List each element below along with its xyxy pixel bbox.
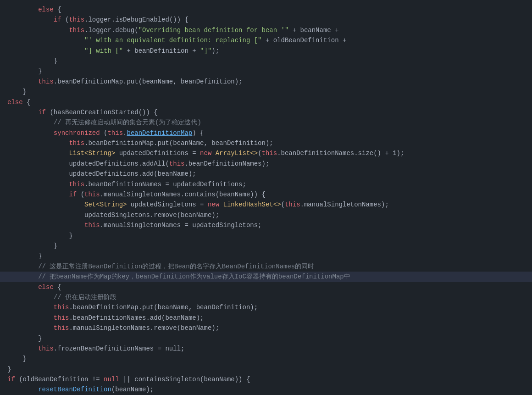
token-plain: updatedDefinitions = (115, 150, 200, 157)
token-plain: updatedSingletons = (127, 201, 207, 208)
code-line: List<String> updatedDefinitions = new Ar… (0, 148, 532, 158)
token-punc: ( (258, 150, 261, 157)
code-line: if (this.manualSingletonNames.contains(b… (0, 189, 532, 200)
code-line: } (0, 56, 532, 66)
token-op: + oldBeanDefinition + (262, 37, 347, 44)
token-kw: if (7, 376, 15, 383)
token-punc: } (38, 335, 42, 342)
token-prop: .logger.debug( (84, 27, 139, 34)
code-editor: else { if (this.logger.isDebugEnabled())… (0, 0, 532, 395)
token-punc: } (54, 242, 57, 250)
code-line: this.beanDefinitionMap.put(beanName, bea… (0, 302, 532, 312)
token-kw: null (104, 376, 119, 383)
token-punc: } (54, 57, 57, 65)
code-line: this.beanDefinitionMap.put(beanName, bea… (0, 138, 532, 148)
token-this-kw: this (54, 324, 69, 332)
token-plain: updatedDefinitions.add(beanName); (69, 170, 196, 178)
token-this-kw: this (38, 345, 54, 352)
code-line: // 把beanName作为Map的key，beanDefinition作为va… (0, 272, 532, 282)
token-punc: } (38, 67, 42, 75)
token-prop: .manualSingletonNames = updatedSingleton… (100, 222, 262, 229)
code-line: } (0, 354, 532, 364)
token-this-kw: this (69, 27, 84, 34)
token-type: List<String> (69, 150, 115, 157)
token-punc: (beanName); (111, 386, 154, 393)
token-prop: .frozenBeanDefinitionNames = null; (54, 345, 185, 352)
token-type: Set<String> (84, 201, 127, 208)
token-punc: (oldBeanDefinition != (15, 376, 104, 383)
token-plain: updatedDefinitions.addAll( (69, 160, 169, 167)
code-line: resetBeanDefinition(beanName); (0, 384, 532, 395)
token-this-kw: this (69, 16, 84, 23)
token-cm: // 把beanName作为Map的key，beanDefinition作为va… (38, 273, 350, 280)
token-link: beanDefinitionMap (127, 129, 192, 137)
token-plain (211, 150, 215, 157)
token-this-kw: this (285, 201, 300, 208)
token-punc: } (23, 88, 27, 95)
code-line: else { (0, 282, 532, 292)
token-prop: .logger.isDebugEnabled()) { (84, 16, 188, 23)
token-kw: if (38, 109, 46, 116)
code-line: } (0, 251, 532, 261)
token-this-kw: this (69, 139, 84, 147)
code-line: } (0, 66, 532, 76)
token-punc: (hasBeanCreationStarted()) { (46, 109, 158, 116)
token-cm: // 仍在启动注册阶段 (54, 294, 116, 301)
code-line: this.beanDefinitionMap.put(beanName, bea… (0, 77, 532, 87)
token-str: "] with [" (84, 47, 123, 55)
code-line: this.frozenBeanDefinitionNames = null; (0, 344, 532, 354)
token-str: "]" (200, 47, 211, 55)
token-punc: ( (77, 191, 84, 198)
code-line: // 再无法修改启动期间的集合元素(为了稳定迭代) (0, 117, 532, 128)
code-line: updatedDefinitions.add(beanName); (0, 169, 532, 179)
code-line: if (this.logger.isDebugEnabled()) { (0, 15, 532, 25)
token-kw: if (69, 191, 77, 198)
token-punc: ); (211, 47, 219, 55)
code-line: } (0, 364, 532, 374)
code-line: this.manualSingletonNames.remove(beanNam… (0, 323, 532, 333)
token-this-kw: this (84, 222, 100, 229)
token-op: + beanDefinition + (123, 47, 200, 55)
code-line: if (hasBeanCreationStarted()) { (0, 107, 532, 117)
token-type: LinkedHashSet<> (223, 201, 281, 208)
token-punc: } (69, 232, 72, 239)
token-plain: updatedSingletons.remove(beanName); (84, 211, 219, 219)
code-line: } (0, 334, 532, 344)
token-kw: new (200, 150, 211, 157)
token-punc: || containsSingleton(beanName)) { (119, 376, 250, 383)
token-punc: } (7, 366, 11, 373)
token-type: ArrayList<> (216, 150, 258, 157)
token-prop: .beanDefinitionNames.size() + 1); (277, 150, 404, 157)
code-line: "] with [" + beanDefinition + "]"); (0, 46, 532, 56)
token-this-kw: this (169, 160, 185, 167)
token-cm: // 这是正常注册BeanDefinition的过程，把Bean的名字存入Bea… (38, 263, 314, 270)
token-fn: resetBeanDefinition (38, 386, 111, 393)
token-punc: { (54, 6, 61, 13)
code-line: } (0, 87, 532, 97)
token-this-kw: this (38, 78, 54, 85)
code-line: } (0, 231, 532, 241)
token-prop: .manualSingletonNames.remove(beanName); (69, 324, 219, 332)
code-line: this.beanDefinitionNames = updatedDefini… (0, 179, 532, 189)
token-kw: else (7, 99, 23, 106)
code-line: // 仍在启动注册阶段 (0, 292, 532, 302)
token-plain (219, 201, 223, 208)
token-str: "Overriding bean definition for bean '" (139, 27, 289, 34)
token-prop: .beanDefinitionMap.put(beanName, beanDef… (84, 139, 273, 147)
token-kw: synchronized (54, 129, 100, 137)
token-op: + beanName + (288, 27, 338, 34)
token-punc: { (23, 99, 31, 106)
token-cm: // 再无法修改启动期间的集合元素(为了稳定迭代) (54, 119, 201, 126)
token-punc: ( (61, 16, 69, 23)
token-punc: { (54, 284, 61, 291)
code-line: } (0, 241, 532, 251)
token-prop: .manualSingletonNames.contains(beanName)… (100, 191, 266, 198)
token-kw: if (54, 16, 61, 23)
code-line: synchronized (this.beanDefinitionMap) { (0, 128, 532, 138)
token-this-kw: this (262, 150, 277, 157)
code-line: this.manualSingletonNames = updatedSingl… (0, 220, 532, 230)
token-kw: else (38, 6, 54, 13)
token-punc: } (38, 252, 42, 260)
token-prop: .beanDefinitionNames = updatedDefinition… (84, 181, 246, 188)
token-this-kw: this (54, 304, 69, 311)
